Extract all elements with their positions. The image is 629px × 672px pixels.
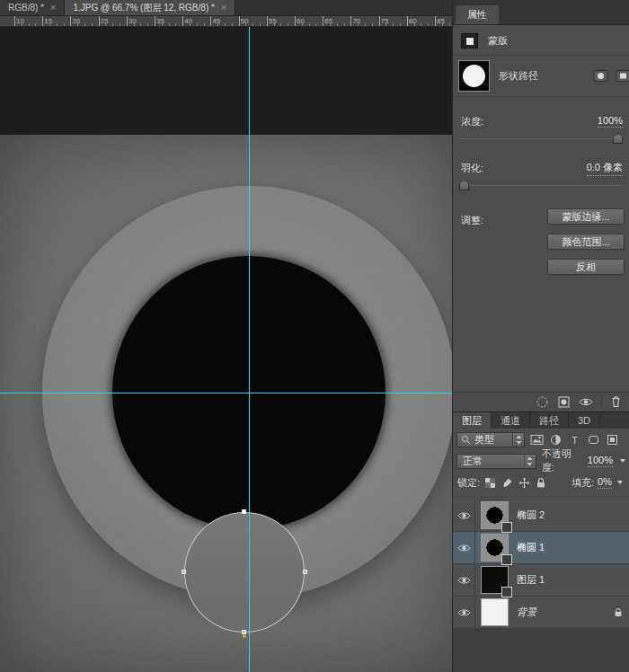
properties-panel: 属性 蒙版 形状路径 [453, 0, 629, 411]
layer-visibility-toggle[interactable] [453, 500, 475, 531]
filter-pixel-layers-icon[interactable] [528, 432, 545, 447]
mask-panel-icon [461, 33, 478, 49]
layer-thumbnail[interactable] [481, 598, 509, 626]
lock-transparency-icon[interactable] [484, 477, 496, 489]
shape-mask-thumbnail[interactable] [458, 60, 490, 92]
blend-mode-dropdown[interactable]: 正常 [456, 454, 536, 469]
blend-mode-row: 正常 不透明度: 100% [453, 451, 629, 471]
ruler-number: 50 [241, 17, 249, 25]
path-anchor-left[interactable] [182, 570, 186, 574]
density-label: 浓度: [461, 115, 483, 128]
document-tab[interactable]: 1.JPG @ 66.7% (图层 12, RGB/8) *× [65, 0, 235, 15]
load-selection-icon[interactable] [536, 395, 549, 409]
feather-value-field[interactable]: 0.0 像素 [587, 161, 623, 176]
adjust-button[interactable]: 颜色范围... [547, 234, 625, 250]
document-tabbar: RGB/8) *×1.JPG @ 66.7% (图层 12, RGB/8) *× [0, 0, 452, 16]
opacity-value-field[interactable]: 100% [588, 455, 613, 467]
feather-slider-handle[interactable] [459, 181, 469, 190]
spinner-arrows-icon[interactable] [512, 433, 524, 447]
layer-row[interactable]: 椭圆 2 [453, 500, 629, 531]
mask-footer-toolbar [453, 392, 629, 411]
density-slider-track [459, 138, 623, 139]
horizontal-guide[interactable] [0, 393, 452, 393]
ruler-number: 15 [44, 17, 52, 25]
tab-close-icon[interactable]: × [221, 3, 226, 13]
document-canvas[interactable] [0, 135, 452, 672]
photoshop-window: RGB/8) *×1.JPG @ 66.7% (图层 12, RGB/8) *×… [0, 0, 629, 672]
layer-thumbnail-cell [481, 566, 509, 594]
svg-text:T: T [571, 434, 578, 445]
eye-icon [457, 608, 471, 617]
fill-label: 填充: [571, 476, 594, 490]
vertical-guide[interactable] [249, 27, 250, 672]
path-anchor-right[interactable] [303, 570, 307, 574]
mask-title-row: 蒙版 [453, 27, 629, 54]
layers-panel-tabs: 图层通道路径3D [453, 412, 629, 429]
feather-slider-track [459, 185, 623, 186]
vector-mask-icon[interactable] [593, 69, 609, 83]
feather-label: 羽化: [461, 162, 483, 175]
panel-tab[interactable]: 3D [569, 412, 600, 429]
delete-mask-trash-icon[interactable] [610, 395, 622, 408]
tab-close-icon[interactable]: × [50, 3, 56, 13]
pasteboard [0, 27, 452, 135]
layer-row[interactable]: 背景 [453, 597, 629, 628]
eye-icon [457, 576, 471, 585]
divider [601, 396, 602, 407]
chevron-down-icon[interactable] [620, 459, 625, 463]
layer-thumbnail-cell [481, 534, 509, 561]
filter-shape-layers-icon[interactable] [585, 432, 601, 447]
chevron-down-icon[interactable] [617, 481, 623, 484]
layer-name: 椭圆 2 [517, 508, 545, 522]
adjust-button[interactable]: 蒙版边缘... [547, 208, 625, 225]
tab-properties[interactable]: 属性 [456, 5, 499, 24]
adjust-label: 调整: [461, 214, 483, 227]
filter-kind-dropdown[interactable]: 类型 [456, 432, 525, 447]
ruler-number: 70 [352, 17, 360, 25]
lock-pixels-brush-icon[interactable] [501, 477, 513, 489]
horizontal-ruler[interactable]: 10152025303540455055606570758085 [0, 16, 452, 27]
lock-label: 锁定: [457, 476, 480, 490]
pixel-mask-icon[interactable] [616, 69, 629, 83]
panel-tab[interactable]: 路径 [530, 412, 569, 429]
ruler-number: 40 [184, 17, 192, 25]
layer-visibility-toggle[interactable] [453, 564, 475, 596]
selected-ellipse-shape[interactable] [184, 512, 305, 632]
lock-position-move-icon[interactable] [518, 477, 530, 489]
ruler-number: 80 [409, 17, 417, 25]
lock-all-padlock-icon[interactable] [536, 477, 546, 489]
adjust-button[interactable]: 反相 [547, 259, 625, 275]
ruler-number: 25 [101, 17, 109, 25]
filter-type-layers-icon[interactable]: T [566, 432, 582, 447]
filter-kind-icon [461, 435, 471, 445]
filter-adjustment-layers-icon[interactable] [547, 432, 563, 447]
layer-name: 图层 1 [517, 573, 545, 587]
density-value-field[interactable]: 100% [598, 115, 623, 128]
density-slider-handle[interactable] [613, 134, 623, 144]
panel-tab[interactable]: 图层 [453, 412, 492, 429]
document-tab-label: 1.JPG @ 66.7% (图层 12, RGB/8) * [73, 2, 214, 14]
ruler-number: 20 [72, 17, 80, 25]
apply-mask-icon[interactable] [557, 395, 571, 409]
properties-panel-header: 属性 [453, 0, 629, 25]
fill-value-field[interactable]: 0% [598, 476, 612, 489]
layer-name: 背景 [517, 606, 536, 619]
layer-filter-buttons: T [528, 432, 620, 447]
feather-slider[interactable] [459, 180, 623, 191]
layer-row[interactable]: 图层 1 [453, 564, 629, 596]
lock-row: 锁定: [453, 473, 629, 492]
panel-tab[interactable]: 通道 [492, 412, 530, 429]
disable-mask-eye-icon[interactable] [579, 397, 593, 407]
shape-path-label: 形状路径 [499, 69, 584, 83]
lock-buttons [484, 477, 546, 489]
document-tab[interactable]: RGB/8) *× [0, 0, 65, 15]
filter-smart-object-icon[interactable] [604, 432, 620, 447]
layer-visibility-toggle[interactable] [453, 597, 475, 628]
layer-visibility-toggle[interactable] [453, 532, 475, 563]
path-anchor-top[interactable] [242, 509, 246, 514]
layer-row[interactable]: 椭圆 1 [453, 532, 629, 563]
spinner-arrows-icon[interactable] [524, 455, 536, 468]
layer-thumbnail-cell [481, 501, 509, 529]
divider [453, 96, 629, 97]
density-slider[interactable] [459, 133, 623, 145]
